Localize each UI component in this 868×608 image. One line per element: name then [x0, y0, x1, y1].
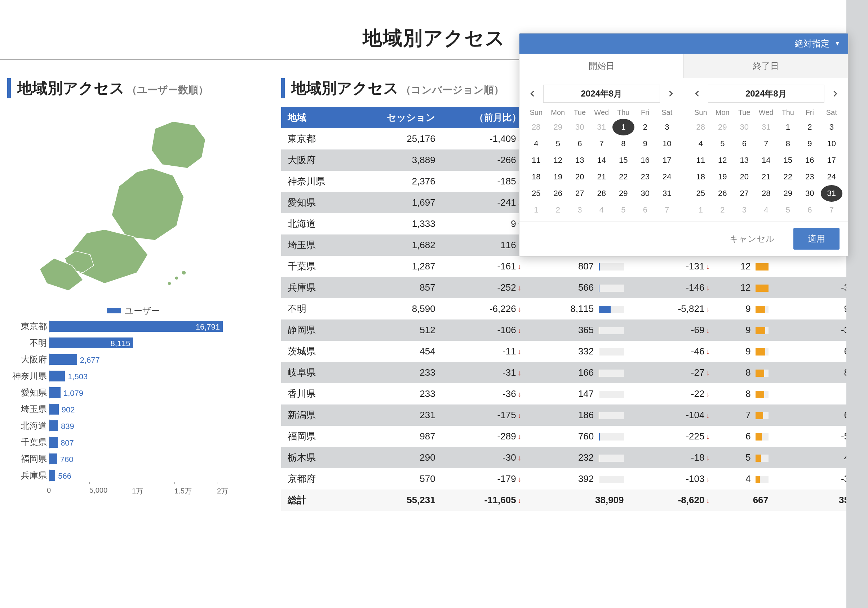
calendar-day-muted[interactable]: 5: [612, 202, 634, 218]
calendar-day[interactable]: 13: [569, 152, 591, 169]
calendar-day[interactable]: 3: [656, 119, 678, 135]
calendar-day-muted[interactable]: 3: [569, 202, 591, 218]
calendar-day-muted[interactable]: 1: [690, 202, 712, 218]
column-header[interactable]: 地域: [281, 107, 353, 128]
calendar-day[interactable]: 29: [777, 185, 799, 202]
calendar-day[interactable]: 1: [777, 119, 799, 135]
calendar-day[interactable]: 31: [656, 185, 678, 202]
calendar-day-muted[interactable]: 30: [733, 119, 756, 135]
calendar-day[interactable]: 19: [711, 169, 733, 185]
calendar-day[interactable]: 9: [799, 135, 821, 152]
start-month-label[interactable]: 2024年8月: [543, 85, 660, 103]
column-header[interactable]: （前月比）: [442, 107, 528, 128]
calendar-day[interactable]: 16: [799, 152, 821, 169]
calendar-day[interactable]: 11: [525, 152, 547, 169]
calendar-day[interactable]: 20: [569, 169, 591, 185]
calendar-day[interactable]: 9: [634, 135, 656, 152]
range-mode-dropdown[interactable]: 絶対指定 ▼: [795, 38, 840, 50]
calendar-day[interactable]: 2: [799, 119, 821, 135]
calendar-day-muted[interactable]: 29: [711, 119, 733, 135]
calendar-day[interactable]: 8: [612, 135, 634, 152]
next-month-button-end[interactable]: [828, 87, 842, 101]
calendar-day[interactable]: 20: [733, 169, 756, 185]
calendar-day[interactable]: 23: [634, 169, 656, 185]
tab-end-date[interactable]: 終了日: [684, 54, 848, 78]
calendar-day[interactable]: 5: [547, 135, 569, 152]
calendar-day[interactable]: 26: [547, 185, 569, 202]
calendar-day[interactable]: 26: [711, 185, 733, 202]
calendar-day[interactable]: 22: [777, 169, 799, 185]
calendar-day[interactable]: 10: [821, 135, 843, 152]
calendar-day[interactable]: 24: [656, 169, 678, 185]
calendar-day[interactable]: 7: [755, 135, 777, 152]
calendar-day-muted[interactable]: 7: [821, 202, 843, 218]
calendar-day-muted[interactable]: 30: [569, 119, 591, 135]
calendar-day[interactable]: 6: [733, 135, 756, 152]
calendar-day[interactable]: 28: [755, 185, 777, 202]
calendar-day[interactable]: 27: [733, 185, 756, 202]
calendar-day-muted[interactable]: 31: [755, 119, 777, 135]
calendar-day-muted[interactable]: 28: [525, 119, 547, 135]
calendar-day[interactable]: 27: [569, 185, 591, 202]
calendar-day[interactable]: 8: [777, 135, 799, 152]
calendar-day[interactable]: 7: [591, 135, 613, 152]
calendar-day[interactable]: 19: [547, 169, 569, 185]
calendar-day[interactable]: 13: [733, 152, 756, 169]
calendar-day[interactable]: 12: [547, 152, 569, 169]
calendar-day[interactable]: 29: [612, 185, 634, 202]
prev-month-button[interactable]: [525, 87, 539, 101]
calendar-day[interactable]: 4: [525, 135, 547, 152]
calendar-day[interactable]: 4: [690, 135, 712, 152]
next-month-button[interactable]: [663, 87, 678, 101]
calendar-day-muted[interactable]: 31: [591, 119, 613, 135]
calendar-day[interactable]: 5: [711, 135, 733, 152]
calendar-day[interactable]: 11: [690, 152, 712, 169]
calendar-day[interactable]: 21: [755, 169, 777, 185]
calendar-day[interactable]: 25: [690, 185, 712, 202]
calendar-day[interactable]: 30: [799, 185, 821, 202]
calendar-day-muted[interactable]: 2: [711, 202, 733, 218]
calendar-day[interactable]: 16: [634, 152, 656, 169]
calendar-day[interactable]: 30: [634, 185, 656, 202]
calendar-day-muted[interactable]: 3: [733, 202, 756, 218]
calendar-day[interactable]: 17: [821, 152, 843, 169]
calendar-day-muted[interactable]: 2: [547, 202, 569, 218]
calendar-day-muted[interactable]: 6: [799, 202, 821, 218]
calendar-day[interactable]: 21: [591, 169, 613, 185]
calendar-day[interactable]: 22: [612, 169, 634, 185]
calendar-day[interactable]: 25: [525, 185, 547, 202]
column-header[interactable]: セッション: [353, 107, 442, 128]
calendar-day[interactable]: 12: [711, 152, 733, 169]
calendar-day[interactable]: 15: [777, 152, 799, 169]
calendar-day-muted[interactable]: 4: [591, 202, 613, 218]
calendar-day-muted[interactable]: 5: [777, 202, 799, 218]
calendar-day[interactable]: 28: [591, 185, 613, 202]
calendar-day[interactable]: 2: [634, 119, 656, 135]
calendar-day[interactable]: 17: [656, 152, 678, 169]
prev-month-button-end[interactable]: [690, 87, 704, 101]
table-cell: 365: [528, 319, 631, 341]
tab-start-date[interactable]: 開始日: [519, 54, 684, 78]
calendar-day-muted[interactable]: 28: [690, 119, 712, 135]
calendar-day[interactable]: 14: [755, 152, 777, 169]
calendar-day[interactable]: 24: [821, 169, 843, 185]
calendar-day-muted[interactable]: 4: [755, 202, 777, 218]
calendar-day-muted[interactable]: 6: [634, 202, 656, 218]
calendar-day[interactable]: 1: [612, 119, 634, 135]
calendar-day-muted[interactable]: 7: [656, 202, 678, 218]
calendar-day-muted[interactable]: 29: [547, 119, 569, 135]
calendar-day[interactable]: 18: [690, 169, 712, 185]
calendar-day[interactable]: 15: [612, 152, 634, 169]
calendar-day[interactable]: 3: [821, 119, 843, 135]
cancel-button[interactable]: キャンセル: [719, 228, 785, 250]
calendar-day-muted[interactable]: 1: [525, 202, 547, 218]
end-month-label[interactable]: 2024年8月: [708, 85, 825, 103]
calendar-day[interactable]: 14: [591, 152, 613, 169]
table-cell: -185↓: [442, 171, 528, 192]
calendar-day[interactable]: 31: [821, 185, 843, 202]
calendar-day[interactable]: 18: [525, 169, 547, 185]
calendar-day[interactable]: 23: [799, 169, 821, 185]
apply-button[interactable]: 適用: [794, 228, 840, 250]
calendar-day[interactable]: 6: [569, 135, 591, 152]
calendar-day[interactable]: 10: [656, 135, 678, 152]
